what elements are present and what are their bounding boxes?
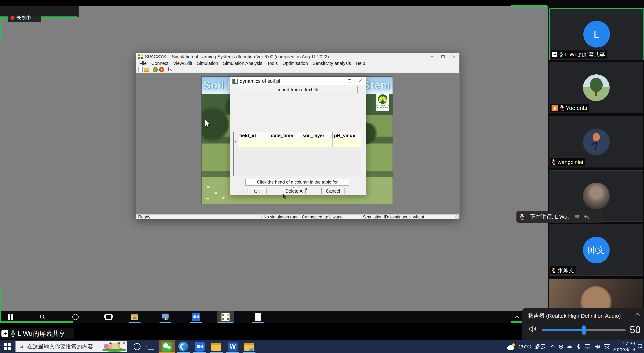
dialog-minimize-icon[interactable] bbox=[333, 77, 344, 85]
menu-help[interactable]: Help bbox=[353, 61, 367, 66]
column-header-ph-value[interactable]: pH_value bbox=[332, 132, 361, 139]
reply-arrow-icon[interactable] bbox=[584, 214, 590, 220]
menu-simulation-analysis[interactable]: Simulation Analysis bbox=[220, 61, 264, 66]
ok-button[interactable]: OK bbox=[247, 188, 267, 194]
participant-tile-zhangshuaiwen[interactable]: 帅文 张帅文 bbox=[549, 224, 643, 276]
screen: 录制中 SPACSYS -- Simulation of Farming Sys… bbox=[0, 0, 644, 353]
new-file-icon[interactable] bbox=[138, 67, 143, 72]
remote-computer-icon[interactable] bbox=[157, 311, 174, 323]
speaking-toast[interactable]: 正在讲话: L Wu; bbox=[516, 211, 602, 223]
weather-temp[interactable]: 25°C bbox=[517, 340, 533, 353]
language-indicator[interactable]: 英 bbox=[603, 340, 612, 353]
splash-sheep bbox=[207, 186, 210, 188]
speaking-label: 正在讲话: L Wu; bbox=[530, 213, 569, 221]
taskbar-search[interactable] bbox=[15, 341, 127, 352]
onedrive-cloud-icon[interactable] bbox=[566, 340, 574, 353]
dialog-close-icon[interactable] bbox=[355, 77, 366, 85]
mic-muted-icon bbox=[552, 159, 556, 165]
remote-spacsys-active-slot[interactable] bbox=[217, 311, 234, 323]
minimize-icon[interactable] bbox=[426, 53, 438, 60]
participant-tile-yuefenli[interactable]: YuefenLi bbox=[549, 62, 643, 113]
clock-time: 17:36 bbox=[622, 341, 635, 346]
word-icon[interactable]: W bbox=[224, 340, 241, 353]
column-header-date-time[interactable]: date_time bbox=[269, 132, 301, 139]
open-file-icon[interactable] bbox=[144, 67, 149, 72]
maximize-icon[interactable] bbox=[438, 53, 448, 60]
speaker-icon[interactable] bbox=[528, 325, 537, 333]
spacsys-menubar: File Connect View/Edit Simulation Simula… bbox=[136, 60, 460, 66]
menu-view-edit[interactable]: View/Edit bbox=[171, 61, 194, 66]
chevron-up-icon[interactable] bbox=[635, 313, 640, 318]
dialog-maximize-icon[interactable] bbox=[344, 77, 355, 85]
file-explorer-icon[interactable] bbox=[208, 340, 224, 353]
cell-field-id[interactable] bbox=[238, 139, 269, 147]
tray-chevron-icon[interactable] bbox=[548, 340, 557, 353]
screen-share-icon bbox=[2, 330, 8, 337]
cell-date-time[interactable] bbox=[269, 139, 301, 147]
start-button[interactable] bbox=[0, 340, 14, 353]
remote-explorer-icon[interactable] bbox=[126, 311, 143, 323]
remote-taskbar bbox=[0, 311, 548, 323]
participant-label: L Wu的屏幕共享 bbox=[551, 50, 607, 58]
cancel-button[interactable]: Cancel bbox=[322, 188, 344, 194]
participant-label: wangxinlei bbox=[550, 158, 585, 166]
remote-cursor bbox=[283, 194, 287, 200]
status-ready: Ready bbox=[136, 215, 262, 219]
mic-on-icon bbox=[559, 52, 564, 58]
folder-sync-icon[interactable] bbox=[241, 340, 257, 353]
meeting-app-icon[interactable] bbox=[192, 340, 208, 353]
close-icon[interactable] bbox=[448, 53, 460, 60]
remote-task-view-icon[interactable] bbox=[100, 311, 116, 323]
column-header-soil-layer[interactable]: soil_layer bbox=[301, 132, 332, 139]
column-header-field-id[interactable]: field_id bbox=[238, 132, 269, 139]
task-view-icon[interactable] bbox=[144, 340, 158, 353]
speaker-device-label: 扬声器 (Realtek High Definition Audio) bbox=[528, 312, 621, 320]
menu-sensitivity-analysis[interactable]: Sensitivity analysis bbox=[310, 61, 354, 66]
search-input[interactable] bbox=[27, 343, 97, 350]
menu-tools[interactable]: Tools bbox=[264, 61, 280, 66]
spacsys-titlebar[interactable]: SPACSYS -- Simulation of Farming Systems… bbox=[136, 53, 460, 60]
import-text-file-button[interactable]: Import from a text file bbox=[238, 86, 358, 94]
resize-grip[interactable] bbox=[455, 215, 459, 219]
share-banner-label: L Wu的屏幕共享 bbox=[18, 329, 66, 338]
network-icon[interactable] bbox=[583, 340, 592, 353]
weather-condition[interactable]: 多云 bbox=[533, 340, 548, 353]
remote-meeting-icon[interactable] bbox=[188, 311, 204, 323]
participant-tile-lwu[interactable]: L L Wu的屏幕共享 bbox=[549, 8, 644, 60]
edge-icon[interactable] bbox=[175, 340, 192, 353]
menu-file[interactable]: File bbox=[137, 61, 149, 66]
wechat-icon bbox=[158, 340, 175, 353]
remote-document-icon[interactable] bbox=[250, 311, 266, 323]
cell-ph-value[interactable] bbox=[332, 139, 361, 147]
recording-badge: 录制中 bbox=[8, 14, 41, 22]
report-icon[interactable] bbox=[168, 67, 173, 72]
menu-optimisation[interactable]: Optimisation bbox=[280, 61, 310, 66]
volume-slider-handle[interactable] bbox=[582, 326, 586, 335]
menu-simulation[interactable]: Simulation bbox=[194, 61, 220, 66]
participant-name: L Wu的屏幕共享 bbox=[565, 51, 605, 58]
clock[interactable]: 17:36 2022/8/18 bbox=[612, 340, 635, 353]
connect-icon[interactable] bbox=[152, 67, 158, 72]
dialog-titlebar[interactable]: dynamics of soil pH bbox=[230, 77, 366, 85]
table-header-row: field_id date_time soil_layer pH_value bbox=[234, 132, 361, 139]
cortana-icon[interactable] bbox=[130, 340, 144, 353]
splash-sheep bbox=[222, 197, 224, 199]
menu-connect[interactable]: Connect bbox=[149, 61, 171, 66]
record-tray-icon[interactable] bbox=[557, 340, 566, 353]
cell-soil-layer[interactable] bbox=[301, 139, 332, 147]
avatar bbox=[583, 74, 610, 101]
volume-slider-fill bbox=[542, 330, 584, 331]
mic-on-icon bbox=[10, 330, 16, 337]
weather-icon[interactable] bbox=[506, 340, 516, 353]
volume-tray-icon[interactable] bbox=[592, 340, 603, 353]
mic-tray-icon[interactable] bbox=[574, 340, 583, 353]
participant-tile-wangxinlei[interactable]: wangxinlei bbox=[549, 116, 643, 168]
disconnect-icon[interactable] bbox=[159, 67, 164, 72]
avatar: 帅文 bbox=[583, 237, 610, 264]
wechat-active-slot[interactable] bbox=[158, 340, 175, 353]
action-center-icon[interactable] bbox=[636, 340, 644, 353]
table-new-row[interactable]: * bbox=[234, 139, 361, 147]
delete-all-button[interactable]: Delete All bbox=[284, 188, 306, 194]
applause-icon[interactable] bbox=[574, 214, 581, 220]
avatar bbox=[583, 182, 610, 209]
